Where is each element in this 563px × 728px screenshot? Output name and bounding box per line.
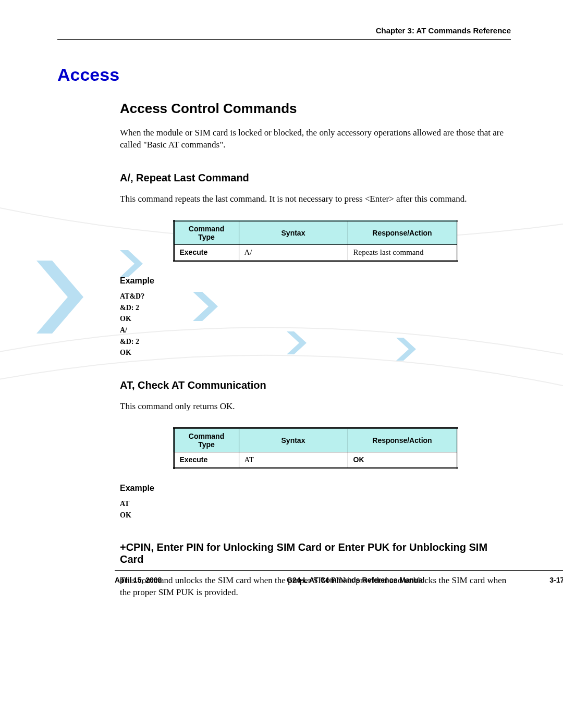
heading-access-control-commands: Access Control Commands: [120, 101, 511, 117]
footer-manual: G24-L AT Commands Reference Manual: [287, 576, 424, 584]
body-check-at-communication: This command only returns OK.: [120, 401, 511, 413]
heading-cpin: +CPIN, Enter PIN for Unlocking SIM Card …: [120, 541, 511, 565]
table-repeat-last-command: Command Type Syntax Response/Action Exec…: [173, 220, 458, 262]
chapter-label: Chapter 3: AT Commands Reference: [376, 26, 511, 35]
footer-page-number: 3-177: [549, 576, 563, 584]
td-syntax: A/: [239, 244, 348, 261]
table-header-row: Command Type Syntax Response/Action: [174, 220, 457, 244]
td-response: OK: [348, 452, 457, 468]
th-syntax: Syntax: [239, 428, 348, 452]
example-label-1: Example: [120, 276, 511, 286]
page-header: Chapter 3: AT Commands Reference: [57, 26, 511, 40]
content-block: Access Control Commands When the module …: [120, 101, 511, 599]
heading-repeat-last-command: A/, Repeat Last Command: [120, 172, 511, 184]
body-repeat-last-command: This command repeats the last command. I…: [120, 193, 511, 205]
table-row: Execute AT OK: [174, 452, 457, 468]
td-type: Execute: [174, 452, 239, 468]
page-footer: April 15, 2008 G24-L AT Commands Referen…: [115, 570, 563, 584]
th-response: Response/Action: [348, 428, 457, 452]
table-header-row: Command Type Syntax Response/Action: [174, 428, 457, 452]
intro-paragraph: When the module or SIM card is locked or…: [120, 127, 511, 151]
th-command-type: Command Type: [174, 220, 239, 244]
th-syntax: Syntax: [239, 220, 348, 244]
example-block-1: AT&D? &D: 2 OK A/ &D: 2 OK: [120, 291, 511, 359]
example-block-2: AT OK: [120, 498, 511, 521]
td-syntax: AT: [239, 452, 348, 468]
td-response: Repeats last command: [348, 244, 457, 261]
section-title-access: Access: [57, 65, 511, 85]
example-label-2: Example: [120, 484, 511, 493]
th-command-type: Command Type: [174, 428, 239, 452]
footer-date: April 15, 2008: [115, 576, 162, 584]
td-type: Execute: [174, 244, 239, 261]
heading-check-at-communication: AT, Check AT Communication: [120, 379, 511, 391]
th-response: Response/Action: [348, 220, 457, 244]
table-check-at-communication: Command Type Syntax Response/Action Exec…: [173, 427, 458, 469]
page: Chapter 3: AT Commands Reference Access …: [0, 0, 563, 728]
table-row: Execute A/ Repeats last command: [174, 244, 457, 261]
